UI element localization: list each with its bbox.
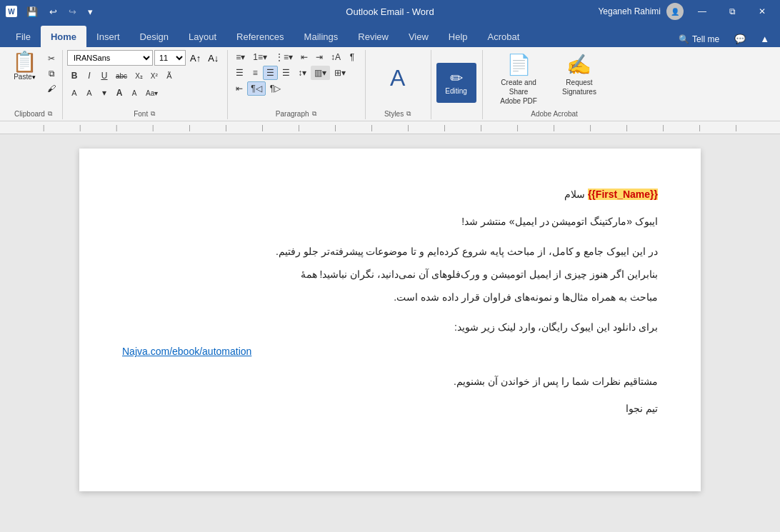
- tab-home[interactable]: Home: [41, 26, 86, 47]
- doc-line-6: برای دانلود این ایبوک رایگان، وارد لینک …: [122, 317, 658, 337]
- text-highlight-button[interactable]: A: [67, 86, 81, 100]
- styles-label: Styles ⧉: [384, 109, 411, 119]
- paste-arrow-icon: ▾: [32, 74, 36, 81]
- copy-button[interactable]: ⧉: [44, 66, 59, 81]
- close-button[interactable]: ✕: [750, 0, 774, 23]
- document-page[interactable]: {{First_Name}} سلام ایبوک «مارکتینگ اتوم…: [79, 149, 701, 491]
- paragraph-label: Paragraph ⧉: [232, 109, 359, 119]
- align-left-button[interactable]: ☰: [232, 66, 247, 80]
- font-expand-icon[interactable]: ⧉: [151, 110, 155, 118]
- font-size-up-btn2[interactable]: A: [112, 86, 126, 100]
- merge-field-firstname: {{First_Name}}: [588, 189, 658, 200]
- font-format-row: B I U abc X₂ X² Ã: [67, 69, 176, 83]
- rtl-paragraph-button[interactable]: ¶◁: [247, 81, 265, 96]
- tab-review[interactable]: Review: [348, 26, 399, 47]
- create-pdf-button[interactable]: 📄 Create and Share Adobe PDF: [487, 50, 550, 109]
- decrease-indent-button[interactable]: ⇤: [297, 50, 311, 64]
- avatar[interactable]: 👤: [666, 3, 684, 20]
- cut-button[interactable]: ✂: [44, 51, 59, 66]
- paste-button[interactable]: 📋 Paste ▾: [7, 50, 42, 83]
- paste-label: Paste: [14, 73, 32, 81]
- tab-file[interactable]: File: [6, 26, 41, 47]
- decrease-font-button[interactable]: A↓: [205, 51, 221, 65]
- styles-button[interactable]: A: [390, 65, 405, 91]
- adobe-label: Adobe Acrobat: [487, 109, 621, 119]
- comments-button[interactable]: 💬: [729, 31, 751, 47]
- multilevel-list-button[interactable]: ⋮≡▾: [271, 50, 296, 64]
- tab-references[interactable]: References: [226, 26, 294, 47]
- increase-indent-button[interactable]: ⇥: [312, 50, 326, 64]
- document-area: {{First_Name}} سلام ایبوک «مارکتینگ اتوم…: [0, 134, 780, 532]
- subscript-button[interactable]: X₂: [131, 69, 146, 83]
- format-painter-button[interactable]: 🖌: [44, 81, 59, 96]
- font-content: IRANSans 11 A↑ A↓ B I U abc X₂ X² Ã A A: [67, 50, 221, 109]
- tab-view[interactable]: View: [399, 26, 439, 47]
- paste-icon: 📋: [12, 52, 37, 72]
- clear-format-button[interactable]: Ã: [162, 69, 176, 83]
- tab-mailings[interactable]: Mailings: [294, 26, 349, 47]
- request-signatures-button[interactable]: ✍ Request Signatures: [556, 50, 603, 99]
- change-case-button[interactable]: Aa▾: [142, 86, 161, 100]
- minimize-button[interactable]: —: [689, 0, 715, 23]
- font-family-select[interactable]: IRANSans: [67, 50, 153, 66]
- sort-button[interactable]: ↕A: [327, 50, 344, 64]
- title-bar-left: W 💾 ↩ ↪ ▾: [6, 4, 98, 20]
- ebook-link[interactable]: Najva.com/ebook/automation: [122, 341, 251, 361]
- strikethrough-button[interactable]: abc: [112, 69, 131, 83]
- clipboard-group: 📋 Paste ▾ ✂ ⧉ 🖌 Clipboard ⧉: [4, 50, 63, 119]
- paragraph-expand-icon[interactable]: ⧉: [312, 110, 316, 118]
- search-icon: 🔍: [679, 34, 689, 44]
- numbered-list-button[interactable]: 1≡▾: [249, 50, 271, 64]
- rtl-indent-button[interactable]: ⇤: [232, 81, 246, 96]
- tell-me-field[interactable]: 🔍 Tell me: [673, 31, 725, 47]
- styles-content: A: [390, 50, 405, 106]
- adobe-acrobat-group: 📄 Create and Share Adobe PDF ✍ Request S…: [484, 50, 627, 119]
- adobe-content: 📄 Create and Share Adobe PDF ✍ Request S…: [487, 50, 621, 109]
- tab-help[interactable]: Help: [439, 26, 478, 47]
- line-spacing-button[interactable]: ↕▾: [294, 66, 310, 80]
- borders-button[interactable]: ⊞▾: [331, 66, 349, 80]
- bullet-list-button[interactable]: ≡▾: [232, 50, 249, 64]
- pdf-icon: 📄: [506, 53, 531, 76]
- editing-button[interactable]: ✏ Editing: [436, 63, 476, 103]
- justify-button[interactable]: ☰: [279, 66, 294, 80]
- customize-qat-button[interactable]: ▾: [83, 4, 98, 20]
- doc-line-3: در این ایبوک جامع و کامل، از مباحث پایه …: [122, 241, 658, 261]
- underline-button[interactable]: U: [97, 69, 111, 83]
- font-label: Font ⧉: [67, 109, 221, 119]
- font-size-dn-btn2[interactable]: A: [127, 86, 141, 100]
- ltr-paragraph-button[interactable]: ¶▷: [266, 81, 284, 96]
- tab-acrobat[interactable]: Acrobat: [478, 26, 530, 47]
- italic-button[interactable]: I: [82, 69, 96, 83]
- font-size-select[interactable]: 11: [154, 50, 186, 66]
- align-right-button[interactable]: ☰: [263, 66, 278, 80]
- show-formatting-button[interactable]: ¶: [345, 50, 359, 64]
- align-row: ☰ ≡ ☰ ☰ ↕▾ ▥▾ ⊞▾: [232, 66, 349, 80]
- bold-button[interactable]: B: [67, 69, 81, 83]
- ruler: ||||||||||||||||||||: [0, 121, 780, 134]
- redo-button[interactable]: ↪: [64, 4, 81, 20]
- doc-line-7: Najva.com/ebook/automation: [122, 341, 658, 361]
- word-logo: W: [6, 6, 17, 17]
- font-color-dropdown[interactable]: ▾: [97, 86, 111, 100]
- restore-button[interactable]: ⧉: [721, 0, 744, 23]
- styles-expand-icon[interactable]: ⧉: [406, 110, 411, 118]
- shading-button[interactable]: ▥▾: [311, 66, 330, 80]
- align-center-button[interactable]: ≡: [248, 66, 262, 80]
- ribbon: 📋 Paste ▾ ✂ ⧉ 🖌 Clipboard ⧉ IRANSans: [0, 47, 780, 121]
- text-color-button[interactable]: A: [82, 86, 96, 100]
- font-group: IRANSans 11 A↑ A↓ B I U abc X₂ X² Ã A A: [64, 50, 228, 119]
- tab-insert[interactable]: Insert: [86, 26, 130, 47]
- collapse-ribbon-button[interactable]: ▲: [755, 31, 774, 47]
- editing-pencil-icon: ✏: [450, 71, 463, 86]
- save-button[interactable]: 💾: [21, 4, 43, 20]
- tab-design[interactable]: Design: [130, 26, 179, 47]
- increase-font-button[interactable]: A↑: [187, 51, 204, 65]
- clipboard-expand-icon[interactable]: ⧉: [48, 110, 52, 118]
- clipboard-label: Clipboard ⧉: [7, 109, 59, 119]
- doc-line-9: تیم نجوا: [122, 398, 658, 418]
- superscript-button[interactable]: X²: [147, 69, 161, 83]
- tab-layout[interactable]: Layout: [179, 26, 226, 47]
- undo-button[interactable]: ↩: [44, 4, 62, 20]
- rtl-row: ⇤ ¶◁ ¶▷: [232, 81, 284, 96]
